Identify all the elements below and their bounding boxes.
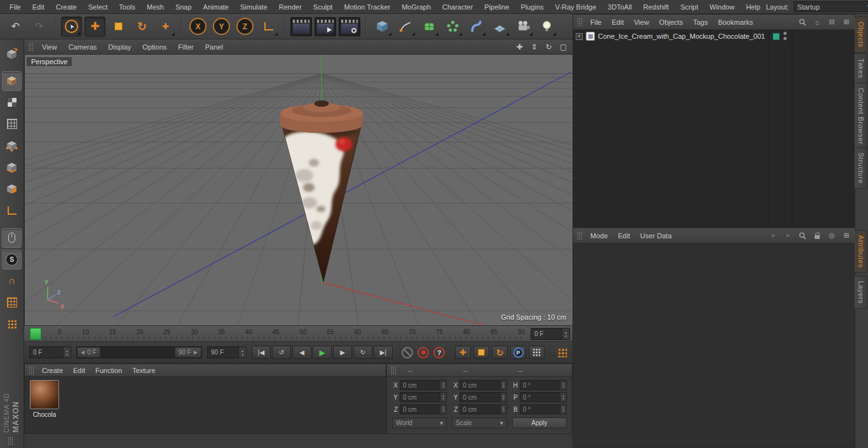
vp-menu-view[interactable]: View [36,43,63,51]
menu-snap[interactable]: Snap [170,3,198,11]
panel-icon[interactable]: ⊞ [842,231,851,240]
edges-mode-button[interactable] [2,158,22,177]
history-back-icon[interactable]: ➤ [769,231,778,240]
stepper-icon[interactable]: ▲▼ [500,393,506,402]
menu-motion-tracker[interactable]: Motion Tracker [338,3,396,11]
panel-icon[interactable]: ⊞ [842,18,851,27]
autokey-help-button[interactable]: ? [433,347,445,358]
layer-color-chip[interactable] [773,33,780,40]
points-mode-button[interactable] [2,136,22,156]
object-type-icon[interactable] [586,32,595,41]
lock-icon[interactable] [813,231,822,240]
record-keyframe-button[interactable] [417,347,429,358]
position-y-field[interactable]: 0 cm▲▼ [400,392,447,402]
menu-select[interactable]: Select [83,3,114,11]
start-frame-field[interactable]: 0 F ▲▼ [29,346,71,358]
magnet-button[interactable]: ∩ [2,271,22,291]
frame-range-slider[interactable]: ◀0 F 90 F▶ [76,346,202,358]
position-z-field[interactable]: 0 cm▲▼ [400,404,447,414]
om-menu-view[interactable]: View [629,18,654,26]
keyframe-presets-icon[interactable] [557,348,567,358]
coordinate-space-select[interactable]: World▾ [392,417,447,428]
object-list[interactable]: + Cone_Ice_Cream_with_Cap_Mockup_Chocola… [573,30,855,227]
render-to-picture-viewer-button[interactable] [315,17,336,36]
stepper-icon[interactable]: ▲▼ [440,405,446,414]
ice-cream-cone-object[interactable] [280,101,363,282]
pan-view-icon[interactable]: ✚ [514,41,525,52]
mat-menu-edit[interactable]: Edit [68,367,90,374]
om-menu-edit[interactable]: Edit [607,18,629,26]
om-menu-file[interactable]: File [585,18,607,26]
stepper-icon[interactable]: ▲▼ [500,405,506,414]
viewport-3d-scene[interactable]: Y Z X [25,55,573,325]
tab-objects[interactable]: Objects [855,17,867,53]
range-end-handle[interactable]: 90 F▶ [175,347,201,358]
object-row[interactable]: + Cone_Ice_Cream_with_Cap_Mockup_Chocola… [573,30,855,43]
record-pla-button[interactable] [529,346,545,359]
search-icon[interactable] [798,231,807,240]
menu-plugins[interactable]: Plugins [515,3,549,11]
render-view-button[interactable] [290,17,312,36]
history-forward-icon[interactable]: ➤ [783,231,792,240]
vp-menu-cameras[interactable]: Cameras [63,43,103,51]
vp-menu-panel[interactable]: Panel [200,43,229,51]
menu-help[interactable]: Help [740,3,766,11]
record-rotation-button[interactable]: ↻ [492,346,508,359]
add-environment-button[interactable] [489,17,510,37]
vp-menu-options[interactable]: Options [137,43,172,51]
texture-mode-button[interactable] [2,93,22,112]
target-icon[interactable]: ◎ [827,231,836,240]
previous-frame-button[interactable]: ◀ [292,346,311,359]
view-label[interactable]: Perspective [27,57,72,66]
tab-takes[interactable]: Takes [855,53,867,83]
rotate-tool[interactable]: ↻ [132,17,153,37]
axis-mode-button[interactable] [2,201,22,221]
snap-button[interactable]: S [2,250,22,269]
material-item[interactable]: Chocola [29,380,60,430]
menu-simulate[interactable]: Simulate [234,3,273,11]
mat-menu-texture[interactable]: Texture [127,367,160,374]
viewport-solo-button[interactable] [2,228,22,248]
coordinate-system-button[interactable] [258,17,279,37]
menu-render[interactable]: Render [273,3,308,11]
size-column-header[interactable]: -- [463,367,513,374]
tab-content-browser[interactable]: Content Browser [855,83,867,149]
record-scale-button[interactable] [473,346,489,359]
locked-workplane-button[interactable] [2,293,22,313]
viewport-canvas[interactable]: Y Z X Perspective Grid Spacing : 10 cm [24,55,573,325]
menu-animate[interactable]: Animate [198,3,234,11]
record-parameter-button[interactable]: P [510,346,526,359]
mat-menu-create[interactable]: Create [37,367,68,374]
vp-menu-filter[interactable]: Filter [172,43,199,51]
menu-pipeline[interactable]: Pipeline [478,3,515,11]
attribute-editor-area[interactable] [573,243,855,447]
panel-drag-handle[interactable] [8,437,13,445]
last-used-tool[interactable]: ✚ [155,17,176,37]
toggle-view-icon[interactable]: ▢ [558,41,569,52]
vp-menu-display[interactable]: Display [102,43,137,51]
goto-end-button[interactable]: ▶| [374,346,393,359]
materials-list[interactable]: Chocola [25,377,386,433]
stepper-icon[interactable]: ▲▼ [560,405,566,414]
tab-attributes[interactable]: Attributes [855,230,867,273]
stepper-icon[interactable]: ▲▼ [63,347,71,358]
position-column-header[interactable]: -- [408,367,458,374]
mat-menu-function[interactable]: Function [90,367,127,374]
menu-tools[interactable]: Tools [113,3,141,11]
scale-mode-select[interactable]: Scale▾ [452,417,506,428]
current-frame-field[interactable]: 0 F ▲▼ [531,328,570,340]
tab-structure[interactable]: Structure [855,147,867,189]
menu-create[interactable]: Create [50,3,83,11]
record-disabled-button[interactable] [402,347,413,358]
workplane-mode-button[interactable] [2,114,22,134]
menu-3dtoall[interactable]: 3DToAll [602,3,637,11]
editor-visibility-dot[interactable] [783,32,787,35]
x-axis-lock-button[interactable]: X [187,17,208,37]
redo-button[interactable]: ↷ [29,17,50,37]
end-frame-field[interactable]: 90 F ▲▼ [207,346,247,358]
quantize-button[interactable] [2,315,22,334]
previous-key-button[interactable]: ↺ [272,346,291,359]
layout-select[interactable]: Startup ▾ [794,1,868,12]
dolly-view-icon[interactable]: ⇕ [529,41,539,52]
live-selection-tool[interactable]: ➤ [61,17,82,37]
